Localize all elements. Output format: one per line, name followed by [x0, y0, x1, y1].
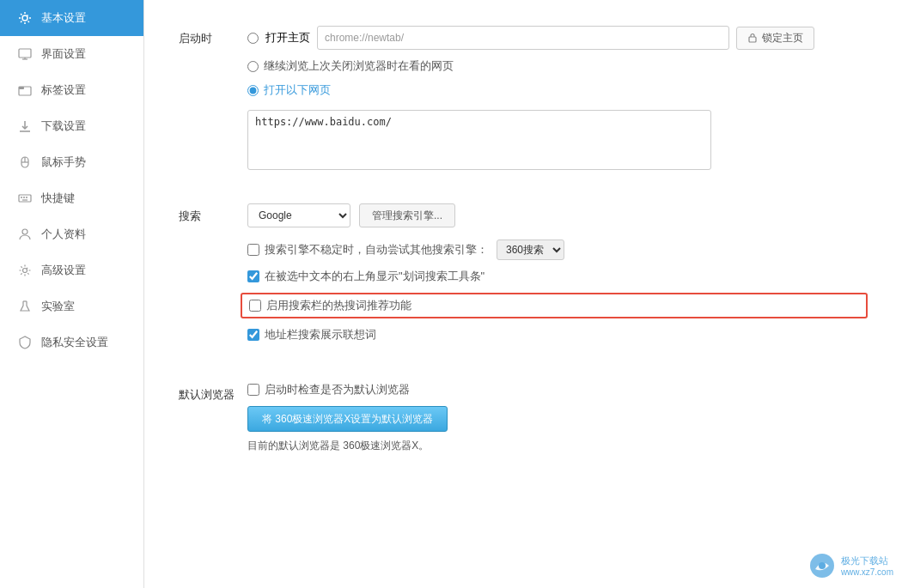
- default-browser-label: 默认浏览器: [179, 382, 247, 453]
- homepage-input[interactable]: [317, 26, 729, 50]
- startup-radio-pages[interactable]: [247, 85, 259, 96]
- backup-engine-select[interactable]: 360搜索 百度 必应: [497, 239, 564, 260]
- set-default-button[interactable]: 将 360极速浏览器X设置为默认浏览器: [247, 406, 448, 432]
- word-select-label: 在被选中文本的右上角显示"划词搜索工具条": [265, 269, 485, 284]
- address-suggest-row: 地址栏搜索展示联想词: [247, 327, 868, 342]
- keyboard-icon: [17, 191, 33, 206]
- continue-browse-label: 继续浏览上次关闭浏览器时在看的网页: [264, 58, 454, 74]
- settings-icon: [17, 10, 33, 26]
- sidebar-item-basic-label: 基本设置: [41, 10, 86, 26]
- main-content: 启动时 打开主页 锁定主页 继续浏览上次关闭浏览器时在看的网页: [144, 0, 902, 588]
- word-select-checkbox[interactable]: [247, 270, 259, 282]
- sidebar-item-privacy-label: 隐私安全设置: [41, 335, 108, 350]
- search-section: 搜索 Google Baidu Bing 管理搜索引擎... 搜索引擎不稳定时，…: [179, 203, 868, 351]
- check-default-checkbox[interactable]: [247, 384, 259, 396]
- check-default-label: 启动时检查是否为默认浏览器: [265, 382, 410, 397]
- shield-icon: [17, 335, 33, 350]
- svg-point-0: [22, 15, 27, 21]
- startup-content: 打开主页 锁定主页 继续浏览上次关闭浏览器时在看的网页 打开以下网页: [247, 26, 868, 173]
- startup-label: 启动时: [179, 26, 247, 173]
- watermark-url: www.xz7.com: [841, 567, 893, 577]
- watermark-site: 极光下载站: [841, 555, 893, 567]
- svg-point-16: [23, 269, 27, 273]
- sidebar-item-shortcut[interactable]: 快捷键: [0, 180, 143, 216]
- person-icon: [17, 227, 33, 242]
- svg-rect-1: [19, 49, 31, 58]
- hot-search-checkbox[interactable]: [249, 300, 261, 312]
- sidebar-item-download[interactable]: 下载设置: [0, 108, 143, 144]
- open-pages-label: 打开以下网页: [264, 82, 331, 98]
- svg-rect-18: [749, 37, 756, 42]
- sidebar: 基本设置 界面设置 标签设置: [0, 0, 144, 588]
- search-engine-row: Google Baidu Bing 管理搜索引擎...: [247, 203, 868, 227]
- sidebar-item-advanced[interactable]: 高级设置: [0, 252, 143, 288]
- fallback-engine-label: 搜索引擎不稳定时，自动尝试其他搜索引擎：: [265, 242, 488, 258]
- startup-urls-textarea[interactable]: https://www.baidu.com/: [247, 110, 711, 170]
- homepage-row: 打开主页 锁定主页: [247, 26, 868, 50]
- sidebar-item-lab-label: 实验室: [41, 299, 75, 314]
- lab-icon: [17, 299, 33, 314]
- sidebar-item-lab[interactable]: 实验室: [0, 288, 143, 324]
- svg-rect-10: [19, 195, 31, 202]
- svg-point-15: [22, 229, 27, 234]
- lock-icon: [747, 33, 758, 43]
- sidebar-item-tabs[interactable]: 标签设置: [0, 72, 143, 108]
- sidebar-item-mouse[interactable]: 鼠标手势: [0, 144, 143, 180]
- startup-section: 启动时 打开主页 锁定主页 继续浏览上次关闭浏览器时在看的网页: [179, 26, 868, 173]
- svg-point-20: [819, 562, 826, 569]
- startup-radio-homepage[interactable]: [247, 33, 259, 44]
- watermark: 极光下载站 www.xz7.com: [808, 552, 893, 579]
- check-default-row: 启动时检查是否为默认浏览器: [247, 382, 868, 397]
- address-suggest-label: 地址栏搜索展示联想词: [265, 327, 376, 342]
- mouse-icon: [17, 155, 33, 170]
- startup-homepage-label: 打开主页: [265, 30, 310, 45]
- sidebar-item-download-label: 下载设置: [41, 118, 86, 134]
- word-select-row: 在被选中文本的右上角显示"划词搜索工具条": [247, 269, 868, 284]
- default-browser-note: 目前的默认浏览器是 360极速浏览器X。: [247, 439, 868, 453]
- manage-engines-button[interactable]: 管理搜索引擎...: [359, 203, 455, 227]
- download-icon: [17, 118, 33, 134]
- open-pages-row: 打开以下网页: [247, 82, 868, 98]
- sidebar-item-shortcut-label: 快捷键: [41, 191, 75, 206]
- sidebar-item-interface[interactable]: 界面设置: [0, 36, 143, 72]
- svg-rect-5: [19, 87, 24, 89]
- sidebar-item-mouse-label: 鼠标手势: [41, 155, 86, 170]
- fallback-engine-row: 搜索引擎不稳定时，自动尝试其他搜索引擎： 360搜索 百度 必应: [247, 239, 868, 260]
- default-browser-content: 启动时检查是否为默认浏览器 将 360极速浏览器X设置为默认浏览器 目前的默认浏…: [247, 382, 868, 453]
- search-content: Google Baidu Bing 管理搜索引擎... 搜索引擎不稳定时，自动尝…: [247, 203, 868, 351]
- lock-homepage-button[interactable]: 锁定主页: [736, 27, 814, 50]
- hot-search-row: 启用搜索栏的热搜词推荐功能: [241, 293, 868, 318]
- lock-label: 锁定主页: [762, 31, 803, 45]
- gear-icon: [17, 263, 33, 278]
- search-engine-select[interactable]: Google Baidu Bing: [247, 203, 350, 227]
- address-suggest-checkbox[interactable]: [247, 329, 259, 341]
- startup-radio-continue[interactable]: [247, 61, 259, 72]
- sidebar-item-interface-label: 界面设置: [41, 46, 86, 62]
- monitor-icon: [17, 46, 33, 62]
- tab-icon: [17, 82, 33, 98]
- sidebar-item-profile-label: 个人资料: [41, 227, 86, 242]
- continue-browse-row: 继续浏览上次关闭浏览器时在看的网页: [247, 58, 868, 74]
- fallback-engine-checkbox[interactable]: [247, 244, 259, 256]
- sidebar-item-advanced-label: 高级设置: [41, 263, 86, 278]
- search-label: 搜索: [179, 203, 247, 351]
- sidebar-item-privacy[interactable]: 隐私安全设置: [0, 324, 143, 361]
- hot-search-label: 启用搜索栏的热搜词推荐功能: [266, 298, 411, 313]
- sidebar-item-profile[interactable]: 个人资料: [0, 216, 143, 252]
- watermark-logo-icon: [808, 552, 836, 579]
- sidebar-item-basic[interactable]: 基本设置: [0, 0, 143, 36]
- sidebar-item-tabs-label: 标签设置: [41, 82, 86, 98]
- default-browser-section: 默认浏览器 启动时检查是否为默认浏览器 将 360极速浏览器X设置为默认浏览器 …: [179, 382, 868, 453]
